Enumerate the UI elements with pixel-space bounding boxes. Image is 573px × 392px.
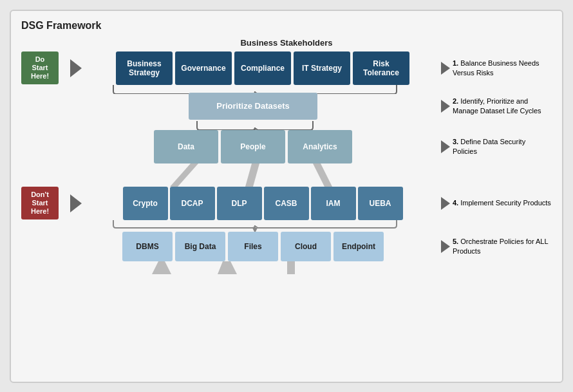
do-start-arrow	[68, 59, 84, 77]
note1-text: 1. Balance Business Needs Versus Risks	[450, 59, 552, 77]
dont-start-here-label: Don't Start Here!	[21, 187, 59, 220]
brace3-svg	[107, 220, 403, 232]
note5-arrow	[441, 240, 450, 253]
row-prioritize: Prioritize Datasets 2. Identify, Priorit…	[21, 93, 552, 120]
dont-start-arrow-icon	[70, 194, 82, 212]
row-stakeholders: Do Start Here! Business Strategy Governa…	[21, 51, 552, 85]
svg-marker-3	[245, 163, 259, 187]
box-endpoint: Endpoint	[333, 232, 384, 261]
note2-arrow	[441, 100, 450, 113]
svg-marker-2	[170, 163, 198, 187]
box-data: Data	[154, 130, 218, 163]
box-governance: Governance	[175, 51, 232, 85]
row-bottom: DBMS Big Data Files Cloud Endpoint	[21, 232, 552, 261]
svg-marker-7	[218, 261, 237, 274]
main-layout: Business Stakeholders Do Start Here! Bus…	[21, 38, 552, 274]
note1-arrow	[441, 62, 450, 75]
box-risk-tolerance: Risk Tolerance	[353, 51, 409, 85]
bottom-arrows-svg	[120, 261, 390, 274]
box-it-strategy: IT Strategy	[294, 51, 350, 85]
security-boxes: Crypto DCAP DLP CASB IAM UEBA	[87, 187, 438, 220]
left-spacer-1: Do Start Here!	[21, 51, 68, 85]
frame-title: DSG Framework	[21, 20, 552, 32]
note1-arrow-icon	[441, 62, 450, 75]
note3-arrow	[441, 140, 450, 153]
brace1-container	[21, 85, 552, 93]
dpa-boxes: Data People Analytics	[68, 130, 438, 163]
do-start-here-label: Do Start Here!	[21, 51, 59, 85]
svg-marker-8	[287, 261, 295, 274]
section-title-business: Business Stakeholders	[21, 38, 552, 48]
note3-arrow-icon	[441, 140, 450, 153]
note4-arrow	[441, 197, 450, 210]
row-dpa: Data People Analytics 3. Define Data Sec…	[21, 130, 552, 163]
bottom-boxes: DBMS Big Data Files Cloud Endpoint	[68, 232, 438, 261]
note4-text: 4. Implement Security Products	[450, 198, 552, 207]
stakeholder-boxes: Business Strategy Governance Compliance …	[87, 51, 438, 85]
box-dlp: DLP	[217, 187, 262, 220]
box-prioritize: Prioritize Datasets	[189, 93, 317, 120]
note4-arrow-icon	[441, 197, 450, 210]
brace3-container	[21, 220, 552, 232]
start-arrow-icon	[70, 59, 82, 77]
note2-arrow-icon	[441, 100, 450, 113]
box-compliance: Compliance	[234, 51, 291, 85]
bottom-arrows-area	[21, 261, 552, 274]
diag-arrows-svg	[94, 163, 416, 187]
box-dbms: DBMS	[122, 232, 173, 261]
brace2-container	[21, 121, 552, 130]
box-big-data: Big Data	[175, 232, 225, 261]
box-casb: CASB	[264, 187, 309, 220]
box-people: People	[221, 130, 285, 163]
box-cloud: Cloud	[281, 232, 331, 261]
box-iam: IAM	[311, 187, 356, 220]
diag-arrows-area	[21, 163, 552, 187]
box-ueba: UEBA	[358, 187, 403, 220]
box-dcap: DCAP	[170, 187, 215, 220]
note2-text: 2. Identify, Prioritize and Manage Datas…	[450, 97, 552, 115]
box-analytics: Analytics	[288, 130, 352, 163]
box-business-strategy: Business Strategy	[116, 51, 173, 85]
note5-arrow-icon	[441, 240, 450, 253]
prioritize-box-wrap: Prioritize Datasets	[68, 93, 438, 120]
note5-text: 5. Orchestrate Policies for ALL Products	[450, 237, 552, 256]
box-crypto: Crypto	[123, 187, 168, 220]
note3-text: 3. Define Data Security Policies	[450, 137, 552, 156]
svg-marker-4	[313, 163, 332, 187]
brace2-svg	[158, 121, 352, 130]
box-files: Files	[228, 232, 278, 261]
dsg-framework-panel: DSG Framework Business Stakeholders Do S…	[10, 10, 563, 383]
svg-marker-6	[152, 261, 171, 274]
row-security: Don't Start Here! Crypto DCAP DLP CASB	[21, 187, 552, 220]
dont-start-arrow	[68, 194, 84, 212]
left-spacer-4: Don't Start Here!	[21, 187, 68, 220]
